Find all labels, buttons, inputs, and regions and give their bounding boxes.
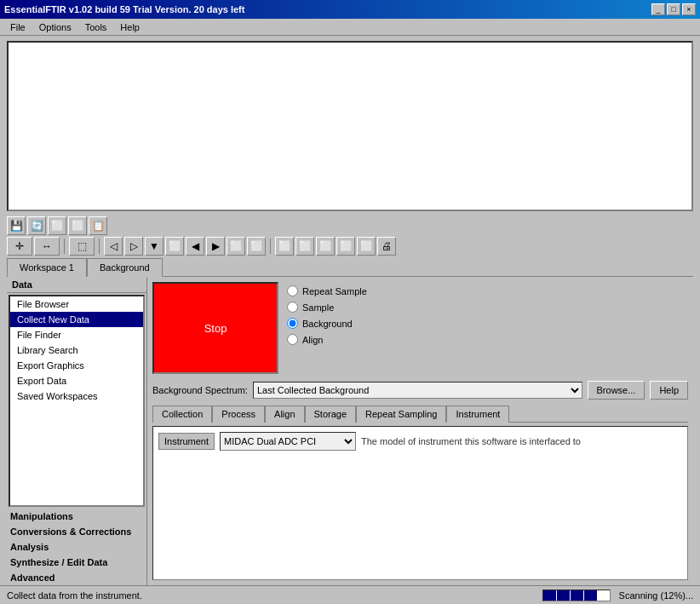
- radio-align[interactable]: Align: [287, 334, 367, 345]
- crosshair-tool[interactable]: ✛: [7, 237, 32, 256]
- browse-button[interactable]: Browse...: [588, 381, 645, 400]
- clipboard-button[interactable]: 📋: [89, 216, 107, 235]
- menu-help[interactable]: Help: [113, 20, 146, 34]
- scanning-text: Scanning (12%)...: [619, 590, 693, 601]
- chart-area: [7, 41, 693, 211]
- chart-type-1[interactable]: ⬜: [275, 237, 294, 256]
- print-button[interactable]: 🖨: [377, 237, 396, 256]
- zoom-out-btn[interactable]: ⬜: [165, 237, 184, 256]
- chart-type-3[interactable]: ⬜: [316, 237, 335, 256]
- maximize-button[interactable]: □: [667, 3, 680, 15]
- sidebar-item-export-data[interactable]: Export Data: [10, 373, 143, 388]
- radio-sample-label: Sample: [302, 302, 334, 313]
- stop-btn[interactable]: ⬜: [227, 237, 245, 256]
- bg-spectrum-label: Background Spectrum:: [152, 385, 248, 395]
- inner-tab-align[interactable]: Align: [265, 406, 304, 423]
- down-btn[interactable]: ▼: [145, 237, 164, 256]
- move-tool[interactable]: ↔: [34, 237, 60, 256]
- radio-align-label: Align: [302, 335, 323, 345]
- inner-tab-collection[interactable]: Collection: [152, 406, 212, 423]
- refresh-button[interactable]: 🔄: [27, 216, 46, 235]
- sidebar-group-advanced[interactable]: Advanced: [7, 570, 146, 585]
- title-bar: EssentialFTIR v1.02 build 59 Trial Versi…: [0, 0, 700, 19]
- sidebar-data-header: Data: [7, 277, 146, 293]
- forward-btn[interactable]: ▶: [206, 237, 225, 256]
- sidebar-item-file-finder[interactable]: File Finder: [10, 327, 143, 342]
- chart-type-4[interactable]: ⬜: [336, 237, 355, 256]
- sidebar-item-export-graphics[interactable]: Export Graphics: [10, 358, 143, 373]
- back-btn[interactable]: ◀: [186, 237, 204, 256]
- radio-background-label: Background: [302, 319, 353, 329]
- progress-seg-1: [543, 590, 557, 601]
- title-bar-text: EssentialFTIR v1.02 build 59 Trial Versi…: [4, 4, 244, 14]
- minimize-button[interactable]: _: [651, 3, 665, 15]
- radio-background[interactable]: Background: [287, 318, 367, 329]
- bg-spectrum-select[interactable]: Last Collected Background: [253, 382, 582, 399]
- tool-btn-1[interactable]: ⬜: [48, 216, 66, 235]
- inner-tab-repeat-sampling[interactable]: Repeat Sampling: [356, 406, 446, 423]
- progress-seg-4: [584, 590, 598, 601]
- close-button[interactable]: ×: [682, 3, 696, 15]
- inner-tab-instrument[interactable]: Instrument: [446, 406, 509, 423]
- instrument-select[interactable]: MIDAC Dual ADC PCI: [220, 432, 356, 451]
- tool-btn-2[interactable]: ⬜: [68, 216, 87, 235]
- status-bar: Collect data from the instrument. Scanni…: [0, 585, 700, 604]
- instrument-description: The model of instrument this software is…: [361, 436, 682, 446]
- sidebar-item-file-browser[interactable]: File Browser: [10, 296, 143, 312]
- sidebar-group-conversions[interactable]: Conversions & Corrections: [7, 524, 146, 539]
- status-text: Collect data from the instrument.: [7, 590, 142, 601]
- progress-seg-3: [571, 590, 584, 601]
- progress-seg-2: [557, 590, 571, 601]
- progress-bar: [542, 590, 611, 601]
- stop-red-box[interactable]: Stop: [152, 282, 278, 374]
- menu-options[interactable]: Options: [32, 20, 78, 34]
- menu-file[interactable]: File: [3, 20, 32, 34]
- sidebar-item-saved-workspaces[interactable]: Saved Workspaces: [10, 388, 143, 404]
- radio-repeat-sample[interactable]: Repeat Sample: [287, 285, 367, 296]
- tab-background[interactable]: Background: [87, 258, 163, 277]
- check-btn[interactable]: ⬜: [247, 237, 266, 256]
- stop-label: Stop: [204, 322, 227, 335]
- help-button[interactable]: Help: [650, 381, 688, 400]
- chart-type-5[interactable]: ⬜: [357, 237, 376, 256]
- inner-tab-storage[interactable]: Storage: [305, 406, 357, 423]
- radio-sample[interactable]: Sample: [287, 302, 367, 313]
- next-btn[interactable]: ▷: [124, 237, 143, 256]
- sidebar-group-synthesize[interactable]: Synthesize / Edit Data: [7, 555, 146, 570]
- inner-tab-process[interactable]: Process: [212, 406, 265, 423]
- menu-tools[interactable]: Tools: [78, 20, 114, 34]
- sidebar-item-library-search[interactable]: Library Search: [10, 342, 143, 358]
- prev-btn[interactable]: ◁: [104, 237, 123, 256]
- save-button[interactable]: 💾: [7, 216, 26, 235]
- chart-type-2[interactable]: ⬜: [295, 237, 314, 256]
- sidebar-group-manipulations[interactable]: Manipulations: [7, 509, 146, 524]
- sidebar-group-analysis[interactable]: Analysis: [7, 539, 146, 555]
- menu-bar: File Options Tools Help: [0, 19, 700, 36]
- instrument-content-area: Instrument MIDAC Dual ADC PCI The model …: [152, 426, 688, 580]
- tab-workspace1[interactable]: Workspace 1: [7, 258, 87, 277]
- collect-new-data-button[interactable]: Collect New Data: [10, 312, 143, 327]
- select-tool[interactable]: ⬚: [69, 237, 95, 256]
- instrument-label: Instrument: [158, 433, 215, 450]
- radio-repeat-sample-label: Repeat Sample: [302, 286, 367, 296]
